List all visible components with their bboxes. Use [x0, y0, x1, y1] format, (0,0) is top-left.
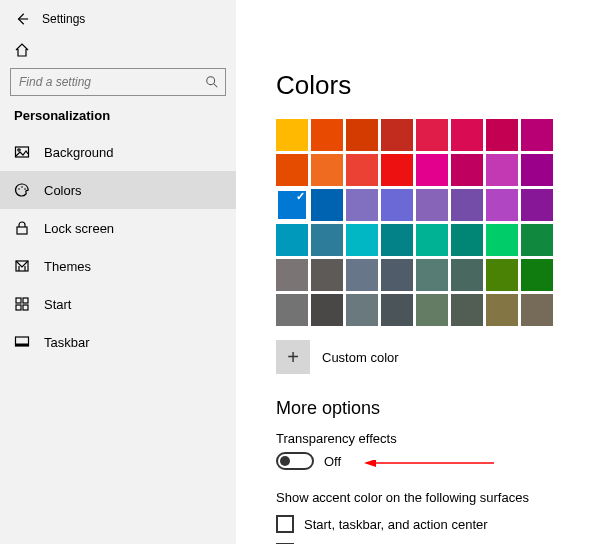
svg-point-0 [207, 77, 215, 85]
color-swatch[interactable] [311, 154, 343, 186]
color-swatch[interactable] [276, 119, 308, 151]
nav-item-lock-screen[interactable]: Lock screen [0, 209, 236, 247]
svg-point-3 [18, 149, 20, 151]
color-swatch[interactable] [486, 259, 518, 291]
home-icon [14, 42, 236, 58]
color-swatch[interactable] [346, 259, 378, 291]
color-swatch[interactable] [311, 294, 343, 326]
color-swatch[interactable] [311, 224, 343, 256]
color-swatch[interactable] [521, 224, 553, 256]
section-title: Personalization [0, 106, 236, 133]
color-swatch[interactable] [381, 294, 413, 326]
color-swatch[interactable] [416, 224, 448, 256]
page-title: Colors [276, 70, 600, 101]
color-swatch[interactable] [451, 119, 483, 151]
color-swatch[interactable] [311, 189, 343, 221]
color-swatch[interactable] [486, 154, 518, 186]
main-content: Colors + Custom color More options Trans… [236, 0, 600, 544]
taskbar-icon [14, 334, 30, 350]
color-swatch[interactable] [311, 259, 343, 291]
color-swatch[interactable] [416, 294, 448, 326]
nav-list: BackgroundColorsLock screenThemesStartTa… [0, 133, 236, 361]
color-swatch[interactable] [346, 294, 378, 326]
color-swatch[interactable] [451, 294, 483, 326]
nav-item-background[interactable]: Background [0, 133, 236, 171]
palette-icon [14, 182, 30, 198]
color-swatch[interactable] [486, 119, 518, 151]
color-swatch[interactable] [451, 189, 483, 221]
picture-icon [14, 144, 30, 160]
themes-icon [14, 258, 30, 274]
nav-item-colors[interactable]: Colors [0, 171, 236, 209]
transparency-state: Off [324, 454, 341, 469]
color-swatch[interactable] [521, 294, 553, 326]
surface-option-label: Start, taskbar, and action center [304, 517, 488, 532]
color-swatch[interactable] [416, 189, 448, 221]
color-swatch[interactable] [416, 119, 448, 151]
svg-point-4 [18, 188, 20, 190]
custom-color-button[interactable]: + [276, 340, 310, 374]
more-options-title: More options [276, 398, 600, 419]
color-swatch[interactable] [346, 154, 378, 186]
nav-item-label: Start [44, 297, 71, 312]
svg-rect-7 [17, 227, 27, 234]
color-swatch[interactable] [346, 189, 378, 221]
color-swatch[interactable] [276, 154, 308, 186]
color-swatch[interactable] [276, 259, 308, 291]
nav-item-label: Taskbar [44, 335, 90, 350]
custom-color-label: Custom color [322, 350, 399, 365]
color-swatch[interactable] [346, 119, 378, 151]
search-input[interactable] [17, 74, 205, 90]
color-swatch[interactable] [521, 189, 553, 221]
window-title: Settings [42, 12, 85, 26]
svg-rect-9 [16, 298, 21, 303]
color-swatch[interactable] [486, 224, 518, 256]
annotation-arrow-icon [364, 460, 494, 474]
color-swatch[interactable] [381, 189, 413, 221]
toggle-knob [280, 456, 290, 466]
checkbox-icon [276, 515, 294, 533]
color-swatch[interactable] [381, 224, 413, 256]
nav-item-themes[interactable]: Themes [0, 247, 236, 285]
color-swatch[interactable] [381, 119, 413, 151]
color-swatch[interactable] [486, 294, 518, 326]
color-swatch[interactable] [311, 119, 343, 151]
color-swatch[interactable] [451, 154, 483, 186]
color-swatch[interactable] [521, 259, 553, 291]
nav-item-start[interactable]: Start [0, 285, 236, 323]
home-button[interactable] [0, 36, 236, 64]
nav-item-label: Lock screen [44, 221, 114, 236]
svg-rect-11 [16, 305, 21, 310]
color-swatch[interactable] [521, 154, 553, 186]
color-swatch[interactable] [416, 259, 448, 291]
color-swatch[interactable] [416, 154, 448, 186]
color-palette [276, 119, 600, 326]
svg-line-1 [214, 84, 218, 88]
start-icon [14, 296, 30, 312]
nav-item-label: Colors [44, 183, 82, 198]
svg-rect-10 [23, 298, 28, 303]
color-swatch[interactable] [486, 189, 518, 221]
svg-rect-14 [16, 344, 29, 347]
sidebar: Settings Personalization BackgroundColor… [0, 0, 236, 544]
nav-item-taskbar[interactable]: Taskbar [0, 323, 236, 361]
svg-point-6 [24, 188, 26, 190]
svg-rect-12 [23, 305, 28, 310]
svg-marker-16 [364, 460, 376, 467]
color-swatch[interactable] [381, 259, 413, 291]
transparency-toggle[interactable] [276, 452, 314, 470]
color-swatch[interactable] [451, 224, 483, 256]
surface-option[interactable]: Start, taskbar, and action center [276, 515, 600, 533]
back-button[interactable] [10, 7, 34, 31]
color-swatch[interactable] [521, 119, 553, 151]
search-box[interactable] [10, 68, 226, 96]
surfaces-title: Show accent color on the following surfa… [276, 490, 600, 505]
color-swatch[interactable] [451, 259, 483, 291]
color-swatch[interactable] [276, 224, 308, 256]
color-swatch[interactable] [276, 189, 308, 221]
transparency-label: Transparency effects [276, 431, 600, 446]
color-swatch[interactable] [276, 294, 308, 326]
color-swatch[interactable] [346, 224, 378, 256]
svg-point-5 [21, 186, 23, 188]
color-swatch[interactable] [381, 154, 413, 186]
